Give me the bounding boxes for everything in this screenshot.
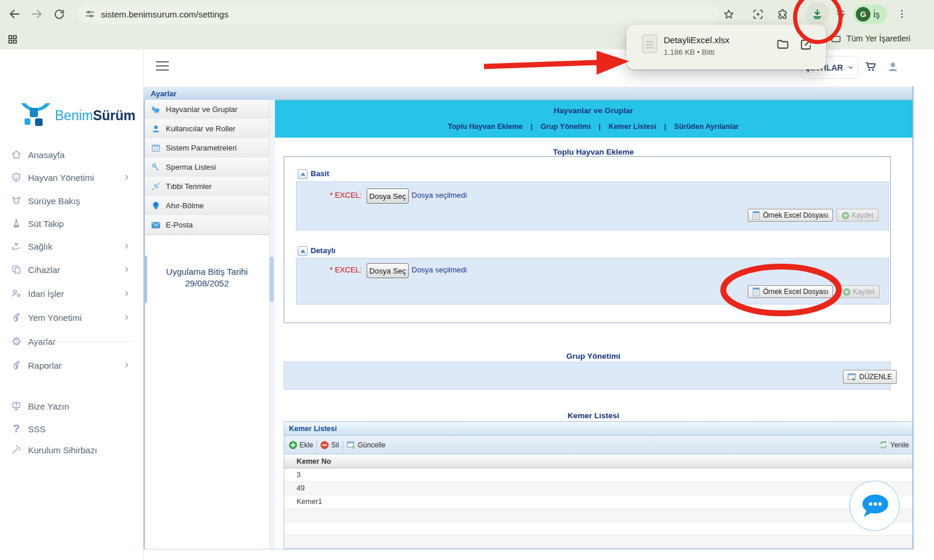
back-icon: [8, 8, 21, 20]
user-profile-button[interactable]: [886, 60, 900, 74]
settings-item-ahir-bolme[interactable]: Ahır-Bölme: [145, 196, 269, 216]
belt-list-column-header[interactable]: Kemer No: [284, 454, 913, 468]
banner-link-grup-yonetimi[interactable]: Grup Yönetimi: [541, 123, 591, 131]
side-panel-button[interactable]: [831, 4, 851, 24]
forward-button[interactable]: [27, 4, 47, 24]
download-filename[interactable]: DetayliExcel.xlsx: [664, 35, 730, 45]
belt-list-panel: Kemer Listesi Ekle Sil Güncelle: [284, 421, 914, 549]
banner-link-separator: |: [598, 123, 601, 131]
sidebar-item-yem-yonetimi[interactable]: Yem Yönetimi: [0, 309, 143, 326]
corn-icon: [10, 359, 23, 372]
logo-text-second: Sürüm: [93, 108, 135, 123]
extensions-button[interactable]: [772, 4, 792, 24]
group-management-panel: DÜZENLE: [284, 362, 891, 390]
flask-icon: [10, 217, 23, 230]
back-button[interactable]: [5, 4, 25, 24]
sidebar-item-saglik[interactable]: Sağlık: [0, 238, 143, 254]
collapse-arrow-icon: [301, 250, 305, 253]
banner-link-toplu-hayvan-ekleme[interactable]: Toplu Hayvan Ekleme: [448, 123, 522, 131]
group-edit-button[interactable]: DÜZENLE: [843, 370, 897, 384]
hamburger-icon: [156, 61, 169, 71]
sidebar-item-bize-yazin[interactable]: Bize Yazın: [0, 398, 143, 414]
basic-collapse-button[interactable]: [298, 169, 308, 179]
settings-scrollbar-track[interactable]: [269, 100, 275, 549]
logo-text-first: Benim: [55, 108, 93, 123]
bulk-add-heading: Toplu Hayvan Ekleme: [274, 148, 912, 156]
app-logo[interactable]: BenimSürüm: [20, 101, 135, 130]
basic-save-button[interactable]: Kaydet: [837, 209, 879, 222]
sidebar-item-cihazlar[interactable]: Cihazlar: [0, 261, 143, 278]
excel-required-label: * EXCEL:: [330, 191, 362, 200]
show-in-folder-button[interactable]: [776, 37, 790, 51]
chevron-down-icon: [847, 64, 854, 71]
table-row[interactable]: 3: [284, 468, 913, 482]
banner-link-suruden-ayrilanlar[interactable]: Sürüden Ayrılanlar: [674, 123, 739, 131]
url-text: sistem.benimsurum.com/settings: [101, 9, 228, 19]
settings-item-kullanicilar-ve-roller[interactable]: Kullanıcılar ve Roller: [145, 119, 269, 139]
url-bar[interactable]: sistem.benimsurum.com/settings: [78, 4, 720, 24]
settings-item-hayvanlar-ve-gruplar[interactable]: Hayvanlar ve Gruplar: [145, 100, 269, 120]
reload-button[interactable]: [49, 4, 69, 24]
downloads-button[interactable]: [806, 2, 829, 26]
bookmark-button[interactable]: [719, 4, 738, 24]
settings-panel-header: Ayarlar: [144, 86, 914, 100]
settings-panel-title: Ayarlar: [151, 89, 176, 98]
add-button[interactable]: Ekle: [289, 441, 313, 449]
open-file-button[interactable]: [799, 37, 813, 51]
basic-sample-excel-button[interactable]: Örnek Excel Dosyası: [748, 209, 833, 222]
cart-icon: [864, 60, 877, 74]
browser-menu-button[interactable]: [892, 4, 912, 24]
sidebar-item-raporlar[interactable]: Raporlar: [0, 357, 143, 373]
save-plus-icon: [843, 288, 851, 296]
sidebar-item-sut-takip[interactable]: Süt Takip: [0, 215, 143, 232]
toolbar-separator: [316, 440, 317, 450]
sidebar-item-sss[interactable]: ? SSS: [0, 421, 143, 437]
settings-item-sistem-parametreleri[interactable]: Sistem Parametreleri: [145, 138, 269, 158]
open-in-new-icon: [799, 37, 813, 51]
delete-button[interactable]: Sil: [320, 441, 339, 449]
browser-profile-chip[interactable]: G İş: [853, 5, 887, 24]
content-right-border: [912, 86, 914, 549]
hamburger-menu-button[interactable]: [156, 61, 169, 71]
screenshot-root: sistem.benimsurum.com/settings G İş: [0, 0, 934, 560]
left-scrollbar-thumb[interactable]: [144, 256, 147, 303]
basic-choose-file-button[interactable]: Dosya Seç: [367, 188, 409, 204]
sidebar-item-kurulum-sihirbazi[interactable]: Kurulum Sihirbazı: [0, 442, 143, 458]
refresh-button[interactable]: Yenile: [879, 440, 909, 449]
update-button[interactable]: Güncelle: [347, 441, 385, 449]
user-gear-icon: [10, 287, 23, 300]
basic-section-panel: * EXCEL: Dosya Seç Dosya seçilmedi Örnek…: [296, 181, 889, 230]
detailed-choose-file-button[interactable]: Dosya Seç: [367, 263, 409, 278]
banner-link-kemer-listesi[interactable]: Kemer Listesi: [608, 123, 656, 131]
edit-window-icon: [848, 373, 857, 382]
sidebar-item-idari-isler[interactable]: İdari İşler: [0, 285, 143, 302]
detailed-collapse-button[interactable]: [298, 246, 308, 256]
settings-item-e-posta[interactable]: E-Posta: [145, 215, 269, 235]
sidebar-item-suruye-bakis[interactable]: Sürüye Bakış: [0, 192, 143, 209]
main-content: Hayvanlar ve Gruplar Toplu Hayvan Ekleme…: [274, 100, 914, 549]
corn-icon: [10, 311, 23, 324]
extensions-puzzle-icon: [776, 8, 789, 20]
sidebar-item-anasayfa[interactable]: Anasayfa: [0, 146, 143, 163]
sidebar-item-hayvan-yonetimi[interactable]: Hayvan Yönetimi: [0, 169, 143, 186]
settings-scrollbar-thumb[interactable]: [270, 257, 274, 302]
animal-shield-icon: [10, 171, 23, 184]
settings-item-tibbi-terimler[interactable]: Tıbbi Terimler: [145, 177, 269, 197]
chat-widget-button[interactable]: [849, 481, 900, 531]
settings-item-sperma-listesi[interactable]: Sperma Listesi: [145, 158, 269, 177]
health-heart-icon: [10, 240, 23, 253]
folder-icon: [776, 37, 790, 51]
chevron-right-icon: [123, 314, 130, 321]
detailed-sample-excel-button[interactable]: Örnek Excel Dosyası: [748, 285, 833, 298]
banner-title: Hayvanlar ve Gruplar: [274, 106, 912, 115]
sidebar-divider: [6, 341, 134, 342]
table-row[interactable]: 49: [284, 482, 913, 495]
detailed-save-button[interactable]: Kaydet: [838, 285, 880, 298]
syringe-icon: [151, 181, 161, 192]
table-row[interactable]: Kemer1: [284, 495, 913, 509]
all-bookmarks-button[interactable]: Tüm Yer İşaretleri: [830, 33, 911, 44]
apps-grid-icon: [7, 34, 18, 45]
cart-button[interactable]: [864, 60, 877, 74]
capture-button[interactable]: [748, 4, 768, 24]
apps-grid-button[interactable]: [7, 34, 18, 45]
